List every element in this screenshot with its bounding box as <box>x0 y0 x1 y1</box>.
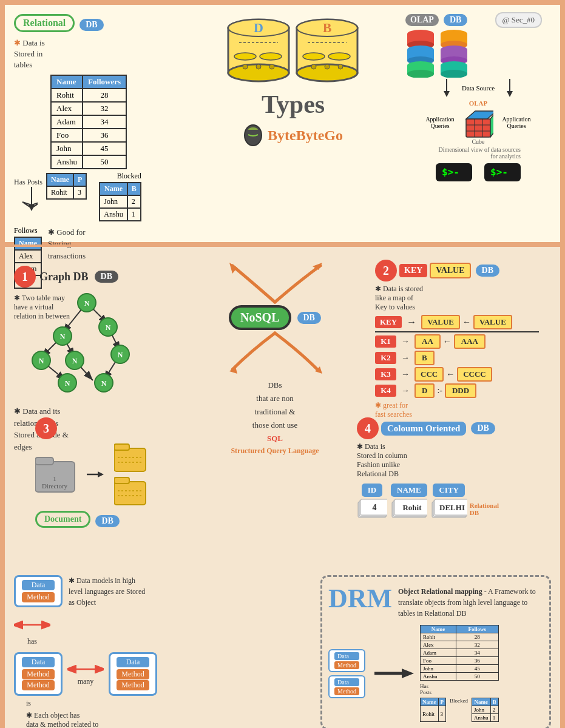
drm-header: DRM Object Relational mapping - A Framew… <box>328 583 543 619</box>
drm-obj-2: Data Method <box>328 675 365 698</box>
olap-badge: OLAP <box>405 14 439 26</box>
dbs-description: DBsthat are nontraditional &those dont u… <box>252 379 297 445</box>
oop-boxes-top: Data Method ✱ Data models in highlevel l… <box>14 575 220 608</box>
drm-small-tables: NameP Rohit3 Blocked NameB John2 Anshu1 <box>420 698 499 722</box>
document-badge-row: Document DB <box>35 511 169 531</box>
col-name: Name <box>51 75 83 89</box>
table-row: John45 <box>51 142 126 155</box>
drm-section: DRM Object Relational mapping - A Framew… <box>320 575 551 728</box>
drm-box: DRM Object Relational mapping - A Framew… <box>320 575 551 728</box>
nosql-center: NoSQL DB DBsthat are nontraditional &tho… <box>193 257 357 456</box>
olap-cube-row: Application Queries OLAP <box>422 99 535 145</box>
olap-flow: Data Source Application Queries OLAP <box>405 79 551 181</box>
nosql-arrows-up <box>214 257 336 305</box>
relational-db-badge: DB <box>80 19 103 31</box>
page: @ Sec_#0 Relational DB Data isStored int… <box>5 5 560 728</box>
terminal-1: $>- <box>436 163 472 181</box>
many-arrow: many <box>67 662 104 686</box>
table-row: Adam34 <box>51 115 126 129</box>
nosql-badge-row: NoSQL DB <box>229 305 321 330</box>
main-table-container: Name Followers Rohit28 Alex32 Adam34 Foo… <box>50 75 202 169</box>
olap-cylinders <box>405 29 551 78</box>
table-row: Alex32 <box>51 102 126 115</box>
city-col: CITY DELHI <box>431 482 467 519</box>
drm-blocked-mini: NameB John2 Anshu1 <box>472 698 499 722</box>
left-cylinder: D <box>227 17 291 90</box>
olap-cube: OLAP Cube <box>463 99 493 145</box>
graph-nodes: N N N N N N N N <box>14 291 160 403</box>
column-section: 4 Coloumn Oriented DB ✱ Data isStored in… <box>357 417 551 519</box>
num-badge-4: 4 <box>357 417 379 439</box>
relational-annotation1: Data isStored intables <box>14 38 202 71</box>
doc-folders <box>114 442 147 506</box>
terminal-2: $>- <box>484 163 521 181</box>
bytebygo-label: ByteByteGo <box>268 127 343 144</box>
svg-text:B: B <box>323 20 332 35</box>
folder-row: 1 Directory <box>35 442 169 506</box>
key-label: KEY <box>399 264 427 277</box>
id-badge: ID <box>362 484 382 497</box>
olap-annotation: Dimensional view of data sources for ana… <box>436 146 521 160</box>
graph-title: Graph DB <box>39 271 89 283</box>
section-separator <box>5 244 560 247</box>
svg-text:DELHI: DELHI <box>439 503 465 512</box>
svg-marker-79 <box>229 263 237 274</box>
svg-text:N: N <box>101 379 107 388</box>
has-arrow: has <box>14 614 50 646</box>
svg-text:N: N <box>65 379 70 388</box>
drm-right-tables: NameFollows Rohit28 Alex32 Adam34 Foo36 … <box>420 625 499 722</box>
olap-cyl-1 <box>405 29 436 78</box>
nosql-arrows-down <box>214 330 336 379</box>
column-header: 4 Coloumn Oriented DB <box>357 417 551 439</box>
oop-annotation2: ✱ Each object hasdata & method related t… <box>26 711 220 728</box>
kv-row-k4: K4 → D :- DDD <box>375 383 551 398</box>
oop-bottom-row: Data Method Method <box>14 652 220 696</box>
oop-section: Data Method ✱ Data models in highlevel l… <box>14 575 220 728</box>
app-queries-2: Application Queries <box>498 116 535 129</box>
column-badge: Coloumn Oriented <box>381 422 466 436</box>
column-headers: ID 4 NAME Rohit CITY <box>357 482 551 519</box>
column-annotation: ✱ Data isStored in columnFashion unlikeR… <box>357 442 551 479</box>
svg-marker-88 <box>98 471 104 477</box>
nosql-db-badge: DB <box>297 312 321 324</box>
olap-section: OLAP DB <box>405 14 551 181</box>
oop-method-label: Method <box>22 592 55 602</box>
folder-gray-icon: 1 Directory <box>35 454 78 494</box>
bytebygo-logo: ByteByteGo <box>243 124 343 147</box>
name-badge: NAME <box>391 484 427 497</box>
svg-text:N: N <box>39 357 44 365</box>
svg-rect-84 <box>35 457 53 465</box>
oop-data-label: Data <box>22 580 55 590</box>
document-section: 3 1 Directory <box>35 417 169 531</box>
drm-diagram: Data Method Data Method <box>328 625 543 722</box>
id-col: ID 4 <box>357 482 387 519</box>
blocked-table: NameB John2 Anshu1 <box>99 182 141 221</box>
svg-text:Rohit: Rohit <box>402 503 422 512</box>
kv-section: 2 KEY VALUE DB ✱ Data is storedlike a ma… <box>375 260 551 419</box>
svg-text:Directory: Directory <box>42 482 68 490</box>
col-followers: Followers <box>83 75 126 89</box>
oop-box-2: Data Method Method <box>14 652 63 696</box>
folder-yellow-1 <box>114 442 147 473</box>
kv-row-k3: K3 → CCC ← CCCC <box>375 367 551 382</box>
svg-point-9 <box>243 64 248 69</box>
is-annotation: is ✱ Each object hasdata & method relate… <box>26 699 220 728</box>
svg-marker-48 <box>466 111 493 119</box>
svg-point-17 <box>303 53 325 60</box>
data-source-label: Data Source <box>462 84 495 92</box>
types-title: Types <box>262 90 325 119</box>
olap-header: OLAP DB <box>405 14 551 26</box>
svg-point-21 <box>325 64 330 69</box>
document-db-badge: DB <box>95 515 119 527</box>
kv-row-k2: K2 → B <box>375 351 551 365</box>
svg-text:N: N <box>106 323 111 332</box>
kv-header-row: KEY → VALUE ← VALUE <box>375 315 551 329</box>
svg-marker-44 <box>444 91 450 97</box>
relational-badge: Relational <box>14 14 75 32</box>
svg-marker-0 <box>29 205 35 211</box>
svg-text:N: N <box>60 332 66 341</box>
has-posts-arrow <box>19 187 38 211</box>
many-label: many <box>78 677 94 686</box>
title-section: D B Types <box>181 17 405 147</box>
svg-point-10 <box>256 64 261 69</box>
